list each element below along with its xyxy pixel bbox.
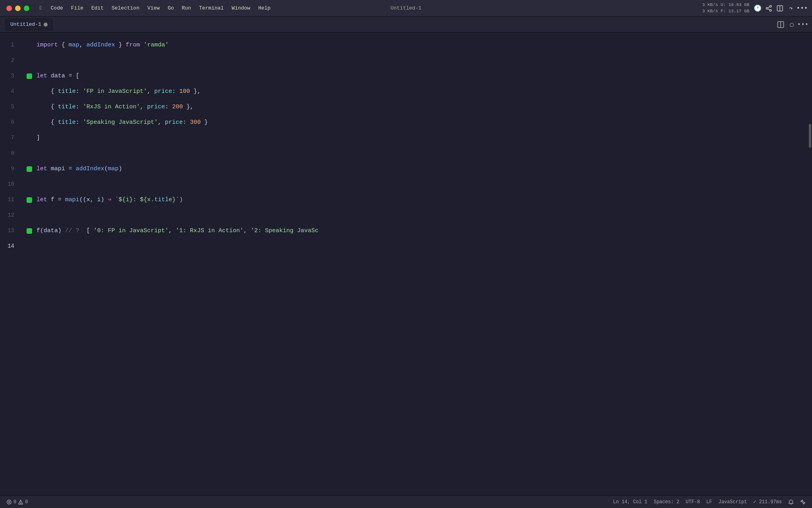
encoding-indicator[interactable]: UTF-8 xyxy=(686,499,700,505)
breakpoint-3[interactable] xyxy=(27,73,32,79)
gutter-item-6[interactable] xyxy=(24,115,35,130)
menu-run[interactable]: Run xyxy=(179,4,194,12)
gutter xyxy=(24,33,35,495)
code-line-5[interactable]: { title: 'RxJS in Action', price: 200 }, xyxy=(35,99,806,115)
cursor-position[interactable]: Ln 14, Col 1 xyxy=(613,499,647,505)
line-number-12: 12 xyxy=(0,208,19,223)
eol-indicator[interactable]: LF xyxy=(707,499,712,505)
broadcast-icon[interactable] xyxy=(800,499,806,505)
line-number-2: 2 xyxy=(0,53,19,68)
statusbar: 0 0 Ln 14, Col 1 Spaces: 2 UTF-8 LF Java… xyxy=(0,495,812,508)
language-indicator[interactable]: JavaScript xyxy=(718,499,747,505)
split-editor-icon[interactable] xyxy=(776,20,785,29)
titlebar:  Code File Edit Selection View Go Run T… xyxy=(0,0,812,17)
code-line-9[interactable]: let mapi = addIndex(map) xyxy=(35,161,806,177)
maximize-button[interactable] xyxy=(24,6,29,11)
line-number-10: 10 xyxy=(0,177,19,192)
code-line-4[interactable]: { title: 'FP in JavaScript', price: 100 … xyxy=(35,84,806,99)
scrollbar[interactable] xyxy=(806,33,812,495)
menu-window[interactable]: Window xyxy=(228,4,253,12)
menu-code[interactable]: Code xyxy=(48,4,66,12)
more-tab-icon[interactable]: ••• xyxy=(799,20,807,29)
tab-actions: ◯ ••• xyxy=(776,20,807,29)
code-line-12[interactable] xyxy=(35,208,806,223)
tab-untitled[interactable]: Untitled-1 xyxy=(5,18,53,31)
code-line-13[interactable]: f(data) // ? [ '0: FP in JavaScript', '1… xyxy=(35,223,806,239)
share-icon[interactable] xyxy=(765,5,772,12)
line-number-9: 9 xyxy=(0,161,19,177)
code-line-8[interactable] xyxy=(35,146,806,161)
line-number-3: 3 xyxy=(0,68,19,84)
menu-go[interactable]: Go xyxy=(165,4,177,12)
svg-point-1 xyxy=(766,7,768,9)
code-line-1[interactable]: import { map, addIndex } from 'ramda' xyxy=(35,37,806,53)
line-number-6: 6 xyxy=(0,115,19,130)
code-line-3[interactable]: let data = [ xyxy=(35,68,806,84)
error-count: 0 xyxy=(13,499,16,505)
warning-count: 0 xyxy=(25,499,28,505)
cursor-icon[interactable]: ↷ xyxy=(787,5,795,12)
line-number-4: 4 xyxy=(0,84,19,99)
gutter-item-4[interactable] xyxy=(24,84,35,99)
svg-point-13 xyxy=(21,503,21,504)
line-numbers: 1234567891011121314 xyxy=(0,33,24,495)
breakpoint-13[interactable] xyxy=(27,228,32,234)
gutter-item-10[interactable] xyxy=(24,177,35,192)
traffic-lights xyxy=(6,6,29,11)
gutter-item-13[interactable] xyxy=(24,223,35,239)
timing-indicator[interactable]: ✓ 211.97ms xyxy=(753,499,782,505)
gutter-item-8[interactable] xyxy=(24,146,35,161)
gutter-item-14[interactable] xyxy=(24,239,35,254)
layout-icon[interactable] xyxy=(776,5,783,12)
gutter-item-11[interactable] xyxy=(24,192,35,208)
menu-file[interactable]: File xyxy=(68,4,86,12)
svg-point-14 xyxy=(802,501,804,502)
code-area[interactable]: import { map, addIndex } from 'ramda'let… xyxy=(35,33,806,495)
gutter-item-9[interactable] xyxy=(24,161,35,177)
menu-apple[interactable]:  xyxy=(36,4,46,12)
titlebar-left:  Code File Edit Selection View Go Run T… xyxy=(6,4,406,12)
scrollbar-thumb[interactable] xyxy=(809,124,811,148)
statusbar-right: Ln 14, Col 1 Spaces: 2 UTF-8 LF JavaScri… xyxy=(613,499,806,505)
clock-icon[interactable]: 🕐 xyxy=(754,5,761,12)
svg-point-0 xyxy=(770,5,772,7)
window-title: Untitled-1 xyxy=(391,5,421,11)
menu-view[interactable]: View xyxy=(144,4,163,12)
code-line-14[interactable] xyxy=(35,239,806,254)
code-line-2[interactable] xyxy=(35,53,806,68)
menu-edit[interactable]: Edit xyxy=(88,4,107,12)
editor-container: 1234567891011121314 import { map, addInd… xyxy=(0,33,812,495)
line-number-11: 11 xyxy=(0,192,19,208)
svg-line-4 xyxy=(768,6,770,8)
gutter-item-3[interactable] xyxy=(24,68,35,84)
circle-icon[interactable]: ◯ xyxy=(787,20,796,29)
line-number-5: 5 xyxy=(0,99,19,115)
titlebar-icons: 🕐 ↷ ••• xyxy=(754,5,806,12)
breakpoint-11[interactable] xyxy=(27,197,32,203)
menu-bar:  Code File Edit Selection View Go Run T… xyxy=(36,4,274,12)
code-line-7[interactable]: ] xyxy=(35,130,806,146)
line-number-7: 7 xyxy=(0,130,19,146)
close-button[interactable] xyxy=(6,6,12,11)
gutter-item-7[interactable] xyxy=(24,130,35,146)
notifications-icon[interactable] xyxy=(788,499,794,505)
system-info: 3 KB/s U: 18.83 GB 3 KB/s F: 13.17 GB xyxy=(702,2,749,14)
gutter-item-1[interactable] xyxy=(24,37,35,53)
gutter-item-2[interactable] xyxy=(24,53,35,68)
more-icon[interactable]: ••• xyxy=(799,5,806,12)
breakpoint-9[interactable] xyxy=(27,166,32,172)
errors-indicator[interactable]: 0 0 xyxy=(6,499,28,505)
line-number-13: 13 xyxy=(0,223,19,239)
minimize-button[interactable] xyxy=(15,6,21,11)
gutter-item-12[interactable] xyxy=(24,208,35,223)
tabbar: Untitled-1 ◯ ••• xyxy=(0,17,812,33)
line-number-1: 1 xyxy=(0,37,19,53)
gutter-item-5[interactable] xyxy=(24,99,35,115)
menu-selection[interactable]: Selection xyxy=(108,4,142,12)
spaces-indicator[interactable]: Spaces: 2 xyxy=(654,499,680,505)
code-line-11[interactable]: let f = mapi((x, i) ⇒ `${i}: ${x.title}`… xyxy=(35,192,806,208)
code-line-6[interactable]: { title: 'Speaking JavaScript', price: 3… xyxy=(35,115,806,130)
menu-terminal[interactable]: Terminal xyxy=(196,4,227,12)
menu-help[interactable]: Help xyxy=(255,4,274,12)
code-line-10[interactable] xyxy=(35,177,806,192)
